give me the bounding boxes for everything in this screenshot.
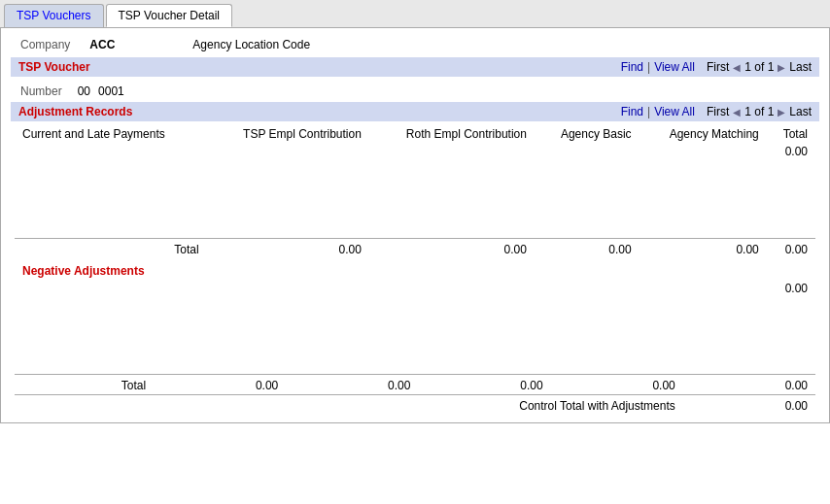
company-value: ACC	[89, 38, 115, 51]
agency-matching-header-val	[640, 143, 767, 160]
prev-arrow[interactable]: ◀	[733, 62, 741, 73]
adjustment-records-header: Adjustment Records Find | View All First…	[11, 102, 819, 121]
current-grand-total: 0.00	[767, 238, 815, 258]
neg-spacer-3	[15, 328, 815, 344]
adj-pagination: 1 of 1	[744, 105, 774, 118]
neg-agency-matching-val	[551, 280, 683, 297]
next-arrow[interactable]: ▶	[778, 62, 785, 73]
spacer-row-4	[15, 207, 815, 222]
current-agency-matching-total: 0.00	[640, 238, 767, 258]
neg-spacer-4	[15, 344, 815, 359]
neg-spacer-1	[15, 297, 815, 313]
current-total-label: Total	[15, 238, 207, 258]
neg-agency-matching-total: 0.00	[551, 375, 683, 395]
current-late-empty	[15, 143, 207, 160]
adj-find-link[interactable]: Find	[621, 105, 643, 118]
neg-tsp-val	[154, 280, 286, 297]
current-total-row: Total 0.00 0.00 0.00 0.00 0.00	[15, 238, 815, 258]
tsp-voucher-nav: Find | View All First ◀ 1 of 1 ▶ Last	[621, 60, 812, 74]
company-row: Company ACC Agency Location Code	[11, 36, 819, 53]
tab-bar: TSP Vouchers TSP Voucher Detail	[0, 0, 830, 28]
spacer-row-3	[15, 191, 815, 207]
neg-values-row: 0.00	[15, 280, 815, 297]
number-row: Number 00 0001	[11, 81, 819, 102]
agency-location-label: Agency Location Code	[192, 38, 310, 51]
adj-last-label: Last	[789, 105, 812, 118]
tsp-voucher-header: TSP Voucher Find | View All First ◀ 1 of…	[11, 57, 819, 77]
neg-tsp-total: 0.00	[154, 375, 286, 395]
tab-tsp-voucher-detail[interactable]: TSP Voucher Detail	[106, 4, 233, 27]
negative-table: 0.00 Total 0.00 0.00 0.00 0.00	[15, 280, 815, 416]
current-tsp-total: 0.00	[207, 238, 369, 258]
adj-next-arrow[interactable]: ▶	[778, 107, 785, 118]
number-part2: 0001	[98, 84, 124, 98]
main-content: Company ACC Agency Location Code TSP Vou…	[0, 28, 830, 423]
current-roth-total: 0.00	[369, 238, 535, 258]
neg-spacer-5	[15, 359, 815, 375]
col-total: Total	[767, 125, 815, 143]
pagination: 1 of 1	[744, 60, 774, 74]
spacer-row-5	[15, 222, 815, 238]
neg-roth-total: 0.00	[286, 375, 418, 395]
number-part1: 00	[78, 84, 90, 98]
col-current-late: Current and Late Payments	[15, 125, 207, 143]
negative-adjustments-section: Negative Adjustments 0.00	[15, 262, 815, 416]
spacer-row-1	[15, 160, 815, 176]
neg-agency-basic-total: 0.00	[418, 375, 550, 395]
control-total-value: 0.00	[683, 395, 815, 416]
col-agency-matching: Agency Matching	[640, 125, 767, 143]
header-values-row: 0.00	[15, 143, 815, 160]
spacer-row-2	[15, 176, 815, 191]
col-roth-empl: Roth Empl Contribution	[369, 125, 535, 143]
adj-view-all-link[interactable]: View All	[654, 105, 695, 118]
company-label: Company	[20, 38, 70, 51]
number-label: Number	[20, 84, 62, 98]
current-agency-basic-total: 0.00	[535, 238, 640, 258]
neg-grand-total: 0.00	[683, 375, 815, 395]
col-tsp-empl: TSP Empl Contribution	[207, 125, 369, 143]
tsp-voucher-title: TSP Voucher	[18, 60, 90, 74]
table-header-row: Current and Late Payments TSP Empl Contr…	[15, 125, 815, 143]
adjustment-table: Current and Late Payments TSP Empl Contr…	[15, 125, 815, 258]
adjustment-records-content: Current and Late Payments TSP Empl Contr…	[11, 125, 819, 415]
col-agency-basic: Agency Basic	[535, 125, 640, 143]
control-total-label: Control Total with Adjustments	[15, 395, 683, 416]
neg-spacer-2	[15, 313, 815, 328]
neg-total-val: 0.00	[683, 280, 815, 297]
agency-basic-header-val	[535, 143, 640, 160]
tab-tsp-vouchers[interactable]: TSP Vouchers	[4, 4, 104, 27]
find-link[interactable]: Find	[621, 60, 643, 74]
neg-total-row: Total 0.00 0.00 0.00 0.00 0.00	[15, 375, 815, 395]
roth-empl-header-val	[369, 143, 535, 160]
tsp-empl-header-val	[207, 143, 369, 160]
neg-roth-val	[286, 280, 418, 297]
total-header-val: 0.00	[767, 143, 815, 160]
neg-agency-basic-val	[418, 280, 550, 297]
adj-records-nav: Find | View All First ◀ 1 of 1 ▶ Last	[621, 105, 812, 118]
last-label: Last	[789, 60, 812, 74]
neg-total-label: Total	[15, 375, 154, 395]
adj-prev-arrow[interactable]: ◀	[733, 107, 741, 118]
control-total-row: Control Total with Adjustments 0.00	[15, 395, 815, 416]
adjustment-records-title: Adjustment Records	[18, 105, 132, 118]
adj-first-label: First	[707, 105, 729, 118]
negative-adjustments-label: Negative Adjustments	[15, 262, 815, 280]
first-label: First	[707, 60, 729, 74]
view-all-link[interactable]: View All	[654, 60, 695, 74]
neg-empty-label	[15, 280, 154, 297]
